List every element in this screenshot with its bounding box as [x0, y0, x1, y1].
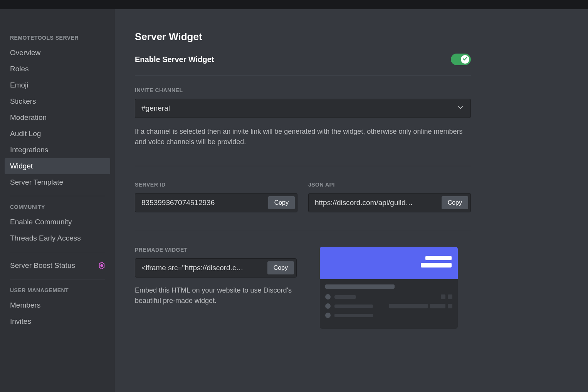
sidebar-item-invites[interactable]: Invites: [5, 313, 110, 330]
json-api-label: JSON API: [308, 182, 471, 188]
widget-preview-header: [320, 247, 458, 279]
placeholder-pills: [441, 294, 452, 299]
premade-widget-field: <iframe src="https://discord.c… Copy: [135, 258, 297, 278]
placeholder-bar: [448, 304, 452, 308]
sidebar-item-label: Integrations: [10, 146, 48, 154]
placeholder-bar: [441, 294, 445, 299]
widget-preview-row: [325, 313, 452, 318]
right-crop-overlay: [519, 9, 588, 392]
window-titlebar: [0, 0, 588, 9]
placeholder-bar: [430, 304, 445, 308]
sidebar-item-label: Moderation: [10, 113, 47, 122]
sidebar-item-emoji[interactable]: Emoji: [5, 77, 110, 93]
section-divider: [135, 75, 471, 76]
sidebar-item-label: Overview: [10, 49, 40, 57]
json-api-value[interactable]: https://discord.com/api/guild…: [315, 199, 438, 207]
invite-channel-value: #general: [141, 104, 170, 113]
check-icon: [462, 56, 468, 63]
sidebar-item-label: Emoji: [10, 81, 29, 89]
widget-preview: [320, 247, 458, 329]
premade-widget-help: Embed this HTML on your website to use D…: [135, 285, 297, 306]
sidebar-item-label: Members: [10, 301, 40, 310]
sidebar-item-audit-log[interactable]: Audit Log: [5, 126, 110, 142]
sidebar-item-stickers[interactable]: Stickers: [5, 93, 110, 109]
sidebar-item-overview[interactable]: Overview: [5, 45, 110, 61]
app-root: REMOTETOOLS SERVER Overview Roles Emoji …: [0, 9, 588, 392]
sidebar-item-label: Stickers: [10, 97, 36, 106]
placeholder-bar: [421, 263, 452, 268]
placeholder-bar: [325, 284, 395, 289]
server-id-value[interactable]: 835399367074512936: [141, 199, 264, 207]
server-id-field: 835399367074512936 Copy: [135, 193, 297, 212]
content-column: Server Widget Enable Server Widget INVIT…: [135, 31, 471, 329]
invite-channel-help: If a channel is selected then an invite …: [135, 126, 471, 147]
sidebar-item-label: Invites: [10, 317, 31, 326]
section-divider: [135, 231, 471, 231]
invite-channel-label: INVITE CHANNEL: [135, 87, 471, 93]
placeholder-bar: [334, 305, 373, 308]
invite-channel-select[interactable]: #general: [135, 99, 471, 118]
sidebar-divider: [10, 279, 105, 279]
premade-widget-label: PREMADE WIDGET: [135, 247, 297, 253]
sidebar-item-label: Roles: [10, 65, 29, 73]
sidebar-divider: [10, 252, 105, 252]
server-id-copy-button[interactable]: Copy: [268, 196, 295, 209]
placeholder-avatar: [325, 313, 331, 318]
enable-widget-toggle[interactable]: [451, 54, 471, 65]
enable-widget-label: Enable Server Widget: [135, 55, 214, 64]
boost-gem-icon: [99, 262, 105, 269]
widget-preview-row: [325, 303, 452, 309]
placeholder-avatar: [325, 303, 331, 309]
placeholder-bar: [389, 304, 428, 308]
server-id-col: SERVER ID 835399367074512936 Copy: [135, 182, 297, 212]
sidebar-item-moderation[interactable]: Moderation: [5, 109, 110, 126]
settings-main: ESC Server Widget Enable Server Widget: [115, 9, 588, 392]
community-header: COMMUNITY: [5, 202, 110, 214]
placeholder-bar: [334, 295, 356, 299]
sidebar-item-widget[interactable]: Widget: [5, 158, 110, 174]
sidebar-item-integrations[interactable]: Integrations: [5, 142, 110, 158]
sidebar-item-roles[interactable]: Roles: [5, 61, 110, 77]
placeholder-bar: [448, 294, 452, 299]
placeholder-bar: [425, 256, 452, 260]
page-title: Server Widget: [135, 31, 471, 43]
widget-preview-row: [325, 294, 452, 299]
server-name-header: REMOTETOOLS SERVER: [5, 32, 110, 45]
sidebar-item-label: Threads Early Access: [10, 234, 81, 242]
premade-widget-copy-button[interactable]: Copy: [267, 261, 294, 274]
toggle-knob: [461, 55, 469, 64]
enable-widget-row: Enable Server Widget: [135, 54, 471, 65]
json-api-field: https://discord.com/api/guild… Copy: [308, 193, 471, 212]
json-api-copy-button[interactable]: Copy: [442, 196, 468, 209]
sidebar-item-enable-community[interactable]: Enable Community: [5, 214, 110, 230]
sidebar-item-label: Widget: [10, 162, 33, 170]
sidebar-divider: [10, 196, 105, 196]
sidebar-item-label: Audit Log: [10, 130, 41, 138]
chevron-down-icon: [457, 104, 464, 113]
user-management-header: USER MANAGEMENT: [5, 285, 110, 297]
placeholder-pills: [389, 304, 452, 308]
sidebar-item-label: Enable Community: [10, 218, 72, 226]
id-api-row: SERVER ID 835399367074512936 Copy JSON A…: [135, 182, 471, 212]
sidebar-item-threads-early-access[interactable]: Threads Early Access: [5, 230, 110, 246]
sidebar-item-members[interactable]: Members: [5, 297, 110, 313]
sidebar-item-label: Server Template: [10, 178, 63, 187]
premade-widget-value[interactable]: <iframe src="https://discord.c…: [141, 264, 264, 272]
premade-row: PREMADE WIDGET <iframe src="https://disc…: [135, 247, 471, 329]
premade-left: PREMADE WIDGET <iframe src="https://disc…: [135, 247, 297, 306]
sidebar-item-server-boost[interactable]: Server Boost Status: [5, 257, 110, 274]
section-divider: [135, 166, 471, 166]
json-api-col: JSON API https://discord.com/api/guild… …: [308, 182, 471, 212]
widget-preview-body: [320, 279, 458, 329]
server-id-label: SERVER ID: [135, 182, 297, 188]
placeholder-avatar: [325, 294, 331, 299]
sidebar-item-label: Server Boost Status: [10, 261, 75, 270]
sidebar-item-server-template[interactable]: Server Template: [5, 174, 110, 190]
settings-sidebar: REMOTETOOLS SERVER Overview Roles Emoji …: [0, 9, 115, 392]
placeholder-bar: [334, 314, 373, 317]
